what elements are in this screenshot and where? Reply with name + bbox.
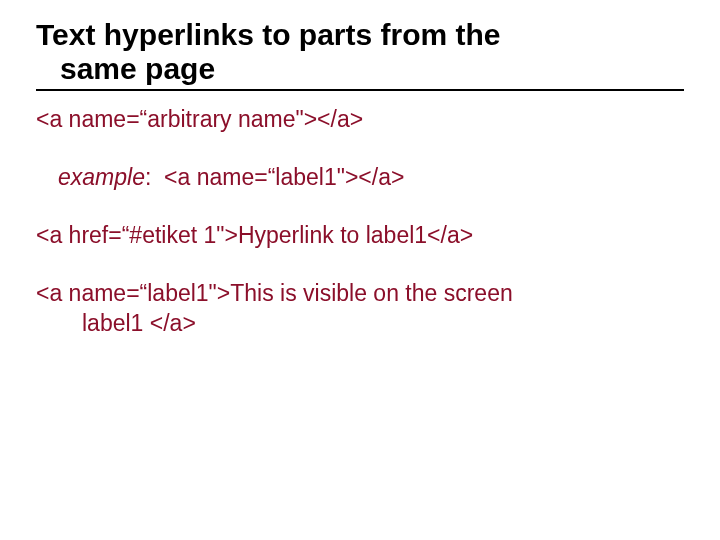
slide-title: Text hyperlinks to parts from the same p…: [36, 18, 684, 85]
title-underline: [36, 89, 684, 91]
visible-anchor-line2: label1 </a>: [36, 310, 196, 336]
title-line-1: Text hyperlinks to parts from the: [36, 18, 501, 51]
code-line-anchor-syntax: <a name=“arbitrary name"></a>: [36, 105, 684, 135]
visible-anchor-line1: <a name=“label1">This is visible on the …: [36, 280, 513, 306]
code-line-visible-anchor: <a name=“label1">This is visible on the …: [36, 279, 684, 339]
title-line-2: same page: [36, 52, 215, 85]
slide: Text hyperlinks to parts from the same p…: [0, 0, 720, 339]
code-line-example: example: <a name=“label1"></a>: [36, 163, 684, 193]
example-label: example: [58, 164, 145, 190]
example-code: <a name=“label1"></a>: [164, 164, 404, 190]
example-colon: :: [145, 164, 164, 190]
code-line-href: <a href=“#etiket 1">Hyperlink to label1<…: [36, 221, 684, 251]
